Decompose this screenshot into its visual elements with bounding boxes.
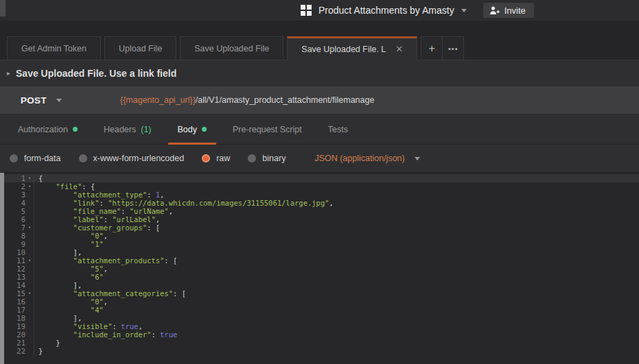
fold-caret-icon[interactable]: ▾: [25, 182, 34, 191]
mode-label: raw: [216, 154, 230, 163]
line-number: 11▾: [0, 256, 34, 265]
code-line[interactable]: 21 }: [0, 339, 639, 347]
fold-caret-icon[interactable]: ▾: [25, 289, 34, 298]
more-tabs-button[interactable]: •••: [442, 36, 464, 60]
code-text: "visible": true,: [34, 322, 143, 330]
fold-caret-icon: [25, 306, 34, 314]
code-text: ],: [34, 281, 82, 289]
tab-headers[interactable]: Headers (1): [94, 114, 161, 145]
close-tab-icon[interactable]: ✕: [395, 44, 403, 54]
line-number: 18: [0, 314, 34, 322]
fold-caret-icon: [25, 347, 34, 355]
code-line[interactable]: 19 "visible": true,: [0, 322, 639, 330]
code-text: "customer_groups": [: [34, 223, 160, 232]
workspace-header: Product Attachments by Amasty Invite: [301, 0, 534, 21]
mode-form-data[interactable]: form-data: [10, 154, 61, 163]
code-line[interactable]: 8 "0",: [0, 232, 639, 240]
code-line[interactable]: 15▾ "attachment_categories": [: [0, 289, 639, 298]
line-number: 22: [0, 347, 34, 355]
mode-label: form-data: [24, 154, 61, 163]
method-dropdown-caret-icon: [56, 99, 62, 102]
mode-binary[interactable]: binary: [248, 154, 286, 163]
tab-authorization[interactable]: Authorization: [8, 114, 87, 145]
code-line[interactable]: 9 "1": [0, 240, 639, 248]
code-line[interactable]: 10 ],: [0, 248, 639, 256]
code-line[interactable]: 4 "link": "https://data.whicdn.com/image…: [0, 199, 639, 207]
code-line[interactable]: 13 "6": [0, 273, 639, 281]
code-line[interactable]: 20 "include_in_order": true: [0, 330, 639, 339]
fold-caret-icon[interactable]: ▾: [25, 174, 34, 182]
code-line[interactable]: 22}: [0, 347, 639, 355]
window-edge-scrollbar[interactable]: [0, 0, 5, 16]
tab-pre-request-script[interactable]: Pre-request Script: [223, 114, 312, 145]
fold-caret-icon: [25, 322, 34, 330]
tab-tests[interactable]: Tests: [318, 114, 358, 145]
code-text: "file": {: [34, 182, 95, 191]
url-input[interactable]: {{magento_api_url}}/all/V1/amasty_produc…: [120, 95, 374, 105]
invite-button[interactable]: Invite: [483, 3, 534, 18]
mode-raw[interactable]: raw: [202, 154, 230, 163]
ellipsis-icon: •••: [448, 45, 458, 53]
fold-caret-icon: [25, 298, 34, 306]
code-text: "4": [34, 306, 104, 314]
content-type-selector[interactable]: JSON (application/json): [314, 154, 419, 163]
code-line[interactable]: 2▾ "file": {: [0, 182, 639, 191]
code-line[interactable]: 14 ],: [0, 281, 639, 289]
fold-caret-icon[interactable]: ▾: [25, 256, 34, 265]
line-number: 7▾: [0, 223, 34, 232]
fold-caret-icon: [25, 232, 34, 240]
invite-button-label: Invite: [504, 5, 526, 16]
fold-caret-icon: [25, 240, 34, 248]
code-text: "0",: [34, 298, 108, 306]
code-line[interactable]: 6 "label": "urlLabel",: [0, 215, 639, 223]
workspace-title[interactable]: Product Attachments by Amasty: [318, 5, 454, 16]
code-line[interactable]: 12 "5",: [0, 265, 639, 273]
code-line[interactable]: 1▾{: [0, 174, 639, 182]
disclosure-triangle-icon[interactable]: ▸: [7, 69, 10, 77]
line-number: 3: [0, 191, 34, 199]
code-text: "attachment_type": 1,: [34, 191, 164, 199]
code-line[interactable]: 3 "attachment_type": 1,: [0, 191, 639, 199]
mode-label: x-www-form-urlencoded: [93, 154, 185, 163]
code-line[interactable]: 17 "4": [0, 306, 639, 314]
body-status-dot: [202, 127, 207, 132]
line-number: 19: [0, 322, 34, 330]
code-text: {: [34, 174, 43, 182]
code-line[interactable]: 5 "file_name": "urlName",: [0, 207, 639, 215]
tab-get-admin-token[interactable]: Get Admin Token: [7, 36, 101, 60]
mode-label: binary: [262, 154, 286, 163]
fold-caret-icon: [25, 281, 34, 289]
code-line[interactable]: 7▾ "customer_groups": [: [0, 223, 639, 232]
workspace-grid-icon[interactable]: [301, 5, 312, 16]
tab-save-uploaded-file[interactable]: Save Uploaded File: [180, 36, 283, 60]
code-line[interactable]: 11▾ "attachment_products": [: [0, 256, 639, 265]
code-line[interactable]: 16 "0",: [0, 298, 639, 306]
fold-caret-icon: [25, 314, 34, 322]
line-number: 4: [0, 199, 34, 207]
tab-upload-file[interactable]: Upload File: [104, 36, 176, 60]
line-number: 1▾: [0, 174, 34, 182]
authorization-status-dot: [73, 127, 78, 132]
new-tab-button[interactable]: +: [421, 36, 443, 60]
code-text: "0",: [34, 232, 108, 240]
fold-caret-icon: [25, 191, 34, 199]
raw-body-editor[interactable]: 1▾{2▾ "file": {3 "attachment_type": 1,4 …: [0, 173, 639, 364]
tab-body[interactable]: Body: [168, 114, 217, 145]
code-text: "attachment_categories": [: [34, 289, 186, 298]
tab-label: Pre-request Script: [233, 125, 302, 134]
tab-label: Body: [178, 125, 198, 134]
code-line[interactable]: 18 ],: [0, 314, 639, 322]
line-number: 21: [0, 339, 34, 347]
content-type-caret-icon: [415, 157, 420, 160]
url-bar: POST {{magento_api_url}}/all/V1/amasty_p…: [0, 86, 639, 114]
workspace-dropdown-caret-icon[interactable]: [461, 9, 467, 12]
fold-caret-icon[interactable]: ▾: [25, 223, 34, 232]
tab-save-uploaded-file-link-active[interactable]: Save Uploaded File. L ✕: [287, 36, 417, 60]
method-selector[interactable]: POST: [0, 95, 100, 106]
line-number: 14: [0, 281, 34, 289]
editor-left-scrollbar[interactable]: [0, 173, 4, 364]
mode-x-www-form-urlencoded[interactable]: x-www-form-urlencoded: [79, 154, 185, 163]
code-text: "link": "https://data.whicdn.com/images/…: [34, 199, 334, 207]
request-name[interactable]: Save Uploaded File. Use a link field: [16, 68, 176, 79]
fold-caret-icon: [25, 339, 34, 347]
